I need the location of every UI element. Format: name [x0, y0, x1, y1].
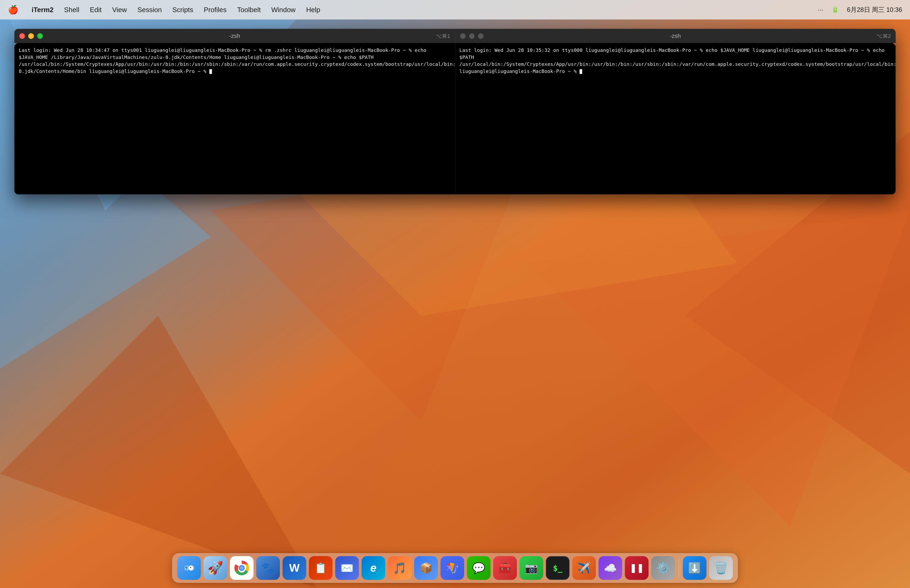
dock-feishu[interactable]: 🪁	[441, 556, 464, 580]
traffic-lights-right	[460, 33, 484, 39]
svg-point-12	[190, 567, 191, 568]
dock-pockity[interactable]: 📦	[414, 556, 438, 580]
profiles-menu[interactable]: Profiles	[204, 6, 227, 14]
menubar-datetime: 6月28日 周三 10:36	[847, 5, 902, 14]
dock: 🚀 🐾 W 📋 ✉️ e 🎵 📦	[172, 553, 738, 583]
dock-separator	[679, 559, 679, 577]
terminal-right-text: Last login: Wed Jun 28 10:35:32 on ttys0…	[459, 47, 896, 74]
session-menu[interactable]: Session	[137, 6, 162, 14]
terminal-left-title: -zsh	[229, 32, 240, 39]
close-button[interactable]	[19, 33, 25, 39]
dock-airmail[interactable]: ✈️	[572, 556, 596, 580]
svg-point-10	[189, 565, 194, 571]
shell-menu[interactable]: Shell	[64, 6, 79, 14]
close-button-right[interactable]	[460, 33, 466, 39]
dock-chrome[interactable]	[230, 556, 254, 580]
menubar-battery[interactable]: 🔋	[831, 6, 839, 13]
iterm-window: -zsh ⌥⌘1 -zsh ⌥⌘2 Last login: Wed Jun 28…	[15, 29, 895, 194]
svg-point-11	[185, 567, 186, 568]
dock-downloader[interactable]: ⬇️	[683, 556, 706, 580]
menubar-dots[interactable]: ···	[818, 6, 823, 13]
menubar-right: ··· 🔋 6月28日 周三 10:36	[818, 5, 902, 14]
dock-parallels[interactable]: ❚❚	[625, 556, 648, 580]
dock-launchpad[interactable]: 🚀	[204, 556, 227, 580]
dock-trash[interactable]: 🗑️	[709, 556, 733, 580]
terminal-panes: Last login: Wed Jun 28 10:34:47 on ttys0…	[15, 43, 895, 194]
traffic-lights-left	[19, 33, 43, 39]
minimize-button-right[interactable]	[469, 33, 475, 39]
menubar-left: 🍎 iTerm2 Shell Edit View Session Scripts…	[8, 5, 320, 15]
edit-menu[interactable]: Edit	[90, 6, 102, 14]
maximize-button-right[interactable]	[478, 33, 484, 39]
dock-edge[interactable]: e	[362, 556, 385, 580]
dock-facetime[interactable]: 📷	[519, 556, 543, 580]
dock-capo[interactable]: 🎵	[388, 556, 412, 580]
terminal-left-titlebar: -zsh ⌥⌘1	[15, 29, 455, 43]
toolbelt-menu[interactable]: Toolbelt	[237, 6, 261, 14]
terminal-right-pane[interactable]: Last login: Wed Jun 28 10:35:32 on ttys0…	[455, 43, 896, 194]
svg-point-16	[240, 566, 244, 570]
dock-word[interactable]: W	[283, 556, 306, 580]
terminal-left-shortcut: ⌥⌘1	[436, 33, 450, 39]
terminal-right-content[interactable]: Last login: Wed Jun 28 10:35:32 on ttys0…	[455, 43, 896, 194]
dock-paw[interactable]: 🐾	[256, 556, 280, 580]
menubar: 🍎 iTerm2 Shell Edit View Session Scripts…	[0, 0, 910, 19]
view-menu[interactable]: View	[112, 6, 127, 14]
help-menu[interactable]: Help	[306, 6, 320, 14]
dock-toolbox[interactable]: 🧰	[493, 556, 517, 580]
dock-terminal[interactable]: $_	[546, 556, 569, 580]
terminal-left-text: Last login: Wed Jun 28 10:34:47 on ttys0…	[19, 47, 455, 74]
app-name[interactable]: iTerm2	[32, 6, 53, 14]
apple-menu[interactable]: 🍎	[8, 5, 18, 15]
dock-finder[interactable]	[177, 556, 201, 580]
scripts-menu[interactable]: Scripts	[172, 6, 193, 14]
window-menu[interactable]: Window	[271, 6, 296, 14]
terminal-left-content[interactable]: Last login: Wed Jun 28 10:34:47 on ttys0…	[15, 43, 455, 194]
dock-wechat[interactable]: 💬	[467, 556, 491, 580]
dock-system-prefs[interactable]: ⚙️	[651, 556, 675, 580]
terminal-right-titlebar: -zsh ⌥⌘2	[455, 29, 896, 43]
dock-mimestream[interactable]: ✉️	[335, 556, 359, 580]
dock-flashcard[interactable]: 📋	[309, 556, 333, 580]
terminal-right-title: -zsh	[670, 32, 681, 39]
maximize-button[interactable]	[37, 33, 43, 39]
terminal-left-pane[interactable]: Last login: Wed Jun 28 10:34:47 on ttys0…	[15, 43, 455, 194]
terminal-right-shortcut: ⌥⌘2	[876, 33, 891, 39]
dock-proxyman[interactable]: ☁️	[598, 556, 622, 580]
minimize-button[interactable]	[28, 33, 34, 39]
terminal-titlebar: -zsh ⌥⌘1 -zsh ⌥⌘2	[15, 29, 895, 43]
